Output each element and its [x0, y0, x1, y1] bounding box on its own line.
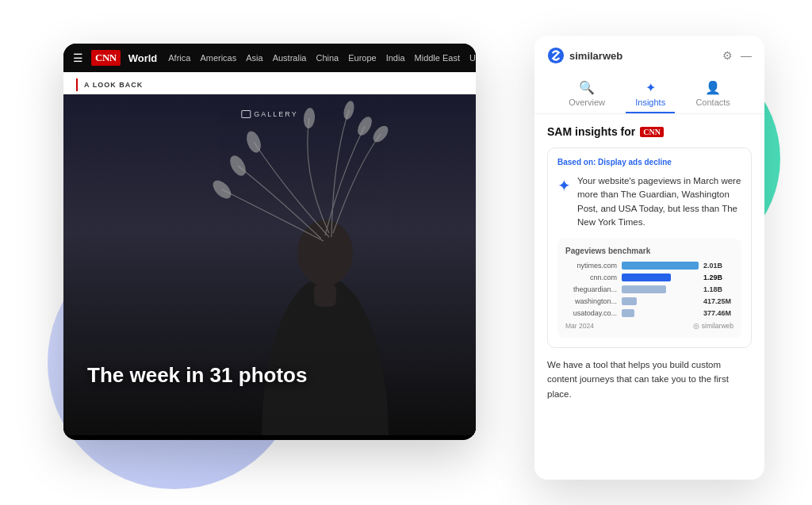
- nav-link-india[interactable]: India: [386, 53, 405, 63]
- gear-icon[interactable]: ⚙: [722, 49, 733, 62]
- washington-label: washington...: [565, 297, 617, 305]
- sw-header-actions: ⚙ —: [722, 49, 752, 62]
- nav-link-uk[interactable]: United Kingdom: [469, 53, 476, 63]
- sw-logo-text: similarweb: [569, 50, 622, 62]
- red-accent-bar: [76, 78, 78, 91]
- sw-bottom-text: We have a tool that helps you build cust…: [547, 358, 752, 401]
- sparkle-icon: ✦: [557, 176, 571, 229]
- sw-title-text: SAM insights for: [547, 125, 635, 138]
- nav-link-middle-east[interactable]: Middle East: [415, 53, 460, 63]
- tab-contacts-label: Contacts: [695, 98, 730, 107]
- tab-overview-label: Overview: [569, 98, 605, 107]
- washington-bar-container: [622, 297, 699, 305]
- cnn-bar: [622, 274, 671, 281]
- nav-link-australia[interactable]: Australia: [273, 53, 307, 63]
- cnn-browser-window: ☰ CNN World Africa Americas Asia Austral…: [63, 44, 476, 440]
- look-back-label: A LOOK BACK: [84, 81, 143, 89]
- cnn-logo: CNN: [91, 50, 121, 66]
- chart-title: Pageviews benchmark: [565, 247, 733, 255]
- based-on-label: Based on: Display ads decline: [557, 158, 741, 166]
- overview-icon: 🔍: [579, 80, 595, 95]
- contacts-icon: 👤: [705, 80, 721, 95]
- usatoday-bar: [622, 309, 634, 317]
- gallery-icon: [241, 110, 251, 118]
- tab-overview[interactable]: 🔍 Overview: [559, 74, 615, 113]
- nav-link-europe[interactable]: Europe: [348, 53, 376, 63]
- sw-header: similarweb ⚙ — 🔍 Overview ✦ Insights 👤 C…: [534, 36, 764, 114]
- nav-link-asia[interactable]: Asia: [246, 53, 262, 63]
- chart-row-cnn: cnn.com 1.29B: [565, 274, 733, 281]
- gallery-tag: GALLERY: [241, 110, 297, 118]
- guardian-bar: [622, 285, 666, 293]
- cnn-value: 1.29B: [703, 274, 733, 281]
- minimize-icon[interactable]: —: [741, 49, 752, 62]
- nav-link-americas[interactable]: Americas: [200, 53, 236, 63]
- sw-logo-row: similarweb ⚙ —: [547, 47, 752, 64]
- nav-link-africa[interactable]: Africa: [168, 53, 190, 63]
- chart-row-nytimes: nytimes.com 2.01B: [565, 262, 733, 270]
- insight-text: Your website's pageviews in March were m…: [577, 174, 741, 229]
- svg-point-2: [297, 220, 353, 286]
- tab-contacts[interactable]: 👤 Contacts: [686, 74, 739, 113]
- hamburger-icon[interactable]: ☰: [73, 52, 83, 64]
- guardian-label: theguardian...: [565, 285, 617, 293]
- washington-value: 417.25M: [703, 297, 733, 305]
- chart-row-usatoday: usatoday.co... 377.46M: [565, 309, 733, 317]
- nytimes-label: nytimes.com: [565, 262, 617, 270]
- cnn-nav-links: Africa Americas Asia Australia China Eur…: [168, 53, 476, 63]
- usatoday-label: usatoday.co...: [565, 309, 617, 317]
- similarweb-panel: similarweb ⚙ — 🔍 Overview ✦ Insights 👤 C…: [534, 36, 764, 480]
- sw-logo-icon: [547, 47, 565, 64]
- nav-link-china[interactable]: China: [316, 53, 339, 63]
- washington-bar: [622, 297, 637, 305]
- cnn-bar-container: [622, 274, 699, 281]
- usatoday-value: 377.46M: [703, 309, 733, 317]
- cnn-chart-label: cnn.com: [565, 274, 617, 281]
- sw-title-row: SAM insights for CNN: [547, 125, 752, 138]
- nytimes-value: 2.01B: [703, 262, 733, 270]
- nytimes-bar-container: [622, 262, 699, 270]
- guardian-value: 1.18B: [703, 285, 733, 293]
- tab-insights-label: Insights: [635, 98, 665, 107]
- svg-rect-3: [314, 283, 336, 307]
- pageviews-chart: Pageviews benchmark nytimes.com 2.01B cn…: [557, 239, 741, 338]
- insights-icon: ✦: [645, 80, 656, 95]
- cnn-badge: CNN: [640, 127, 664, 137]
- sw-logo: similarweb: [547, 47, 622, 64]
- chart-footer: Mar 2024 ◎ similarweb: [565, 322, 733, 330]
- cnn-hero-image: GALLERY The week in 31 photos: [63, 94, 476, 435]
- sw-body: SAM insights for CNN Based on: Display a…: [534, 114, 764, 480]
- usatoday-bar-container: [622, 309, 699, 317]
- hero-title: The week in 31 photos: [87, 363, 307, 388]
- chart-row-washington: washington... 417.25M: [565, 297, 733, 305]
- gallery-label: GALLERY: [254, 110, 297, 118]
- insight-card: Based on: Display ads decline ✦ Your web…: [547, 147, 752, 348]
- chart-date: Mar 2024: [565, 322, 594, 330]
- sw-tabs: 🔍 Overview ✦ Insights 👤 Contacts: [547, 74, 752, 113]
- cnn-navbar: ☰ CNN World Africa Americas Asia Austral…: [63, 44, 476, 72]
- tab-insights[interactable]: ✦ Insights: [626, 74, 675, 113]
- chart-row-guardian: theguardian... 1.18B: [565, 285, 733, 293]
- nytimes-bar: [622, 262, 699, 270]
- insight-content: ✦ Your website's pageviews in March were…: [557, 174, 741, 229]
- chart-sw-brand: ◎ similarweb: [693, 322, 733, 330]
- guardian-bar-container: [622, 285, 699, 293]
- cnn-nav-world[interactable]: World: [128, 52, 158, 64]
- cnn-content-header: A LOOK BACK: [63, 72, 476, 94]
